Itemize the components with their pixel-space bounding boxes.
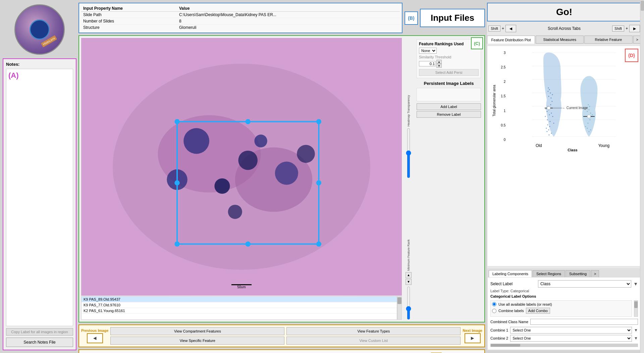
use-all-labels-radio-row: Use all available labels (or reset) bbox=[492, 302, 630, 306]
svg-point-16 bbox=[316, 242, 321, 247]
combined-class-row: Combined Class Name bbox=[490, 319, 638, 325]
app-logo: HistoLens bbox=[14, 4, 65, 55]
minimum-slider-down[interactable]: ▼ bbox=[406, 279, 412, 285]
svg-point-4 bbox=[183, 128, 209, 154]
similarity-down-btn[interactable]: ▼ bbox=[436, 64, 442, 68]
svg-point-34 bbox=[552, 116, 553, 117]
labeling-tabs: Labeling Components Select Regions Subse… bbox=[487, 269, 641, 277]
svg-point-70 bbox=[589, 106, 590, 107]
scroll-right-button[interactable]: ► bbox=[629, 25, 640, 32]
scroll-left-button[interactable]: ◄ bbox=[505, 25, 516, 32]
combine-labels-radio[interactable] bbox=[492, 309, 496, 313]
table-header-property: Input Property Name bbox=[81, 5, 177, 12]
labeling-content: Select Label Class ▼ Label Type: Categor… bbox=[487, 277, 641, 350]
notes-panel: Notes: (A) Copy Label for all images in … bbox=[3, 58, 76, 350]
select-label-dropdown[interactable]: Class bbox=[538, 280, 631, 288]
tab-select-regions[interactable]: Select Regions bbox=[533, 270, 565, 277]
scroll-tabs-row: Shift + ◄ Scroll Across Tabs Shift + ► bbox=[487, 23, 641, 34]
combine2-select[interactable]: Select One bbox=[510, 335, 632, 342]
labels-scroll-area[interactable]: Use all available labels (or reset) Comb… bbox=[490, 300, 632, 317]
right-scrollbar[interactable] bbox=[640, 0, 644, 353]
violin-svg: ← Current Image bbox=[507, 49, 638, 143]
go-button[interactable]: Go! bbox=[487, 3, 641, 21]
svg-point-48 bbox=[548, 130, 549, 131]
svg-point-58 bbox=[589, 109, 590, 110]
select-add-persistent-btn[interactable]: Select Add Persi bbox=[419, 69, 479, 76]
next-image-button[interactable]: ► bbox=[465, 333, 481, 343]
prev-image-button[interactable]: ◄ bbox=[87, 333, 103, 343]
add-combo-button[interactable]: Add Combo bbox=[526, 308, 550, 314]
combine2-arrow-icon: ▼ bbox=[634, 336, 638, 341]
feature-tabs-row: Feature Distribution Plot Statistical Me… bbox=[487, 36, 641, 44]
labels-area[interactable] bbox=[417, 88, 481, 101]
view-feature-types-btn[interactable]: View Feature Types bbox=[286, 327, 461, 335]
tissue-svg bbox=[81, 38, 402, 296]
view-custom-list-btn[interactable]: View Custom List bbox=[286, 337, 461, 345]
list-item[interactable]: K2 PAS_61.Young.65161 bbox=[82, 308, 397, 314]
y-tick: 2.5 bbox=[501, 65, 505, 69]
svg-point-63 bbox=[590, 119, 591, 120]
view-specific-feature-btn[interactable]: View Specific Feature bbox=[110, 337, 284, 345]
tab-relative-feature[interactable]: Relative Feature bbox=[584, 36, 632, 44]
copy-label-button[interactable]: Copy Label for all images in region bbox=[6, 328, 73, 336]
tab-feature-distribution[interactable]: Feature Distribution Plot bbox=[487, 36, 535, 44]
feature-rankings-label: Feature Rankings Used bbox=[419, 42, 479, 46]
list-item[interactable]: K9 PAS_89.Old.95437 bbox=[82, 297, 397, 302]
combine-labels-radio-row: Combine labels Add Combo bbox=[492, 308, 630, 314]
b-label: (B) bbox=[405, 11, 418, 25]
right-panel: Go! Shift + ◄ Scroll Across Tabs Shift +… bbox=[487, 3, 641, 350]
tab-labeling-more[interactable]: > bbox=[591, 270, 599, 277]
combined-class-input[interactable] bbox=[530, 319, 638, 325]
svg-point-11 bbox=[228, 205, 242, 219]
search-notes-button[interactable]: Search Notes File bbox=[6, 338, 73, 347]
minimum-slider[interactable] bbox=[405, 286, 412, 320]
list-item[interactable]: K9 PAS_77.Old.97610 bbox=[82, 302, 397, 308]
scale-bar: 50um bbox=[231, 284, 252, 289]
similarity-up-btn[interactable]: ▲ bbox=[436, 60, 442, 64]
minimum-slider-up[interactable]: ▲ bbox=[406, 272, 412, 278]
svg-point-67 bbox=[590, 130, 591, 131]
remove-label-button[interactable]: Remove Label bbox=[417, 111, 481, 118]
svg-point-53 bbox=[549, 89, 550, 90]
svg-point-19 bbox=[174, 180, 179, 185]
tab-labeling-components[interactable]: Labeling Components bbox=[489, 270, 532, 277]
labeling-section: Labeling Components Select Regions Subse… bbox=[487, 268, 641, 350]
y-tick: 0 bbox=[504, 138, 506, 142]
image-viewer-section: (C) bbox=[78, 35, 485, 322]
image-canvas[interactable]: 50um bbox=[81, 38, 402, 296]
feature-rankings-select[interactable]: None bbox=[419, 48, 437, 54]
svg-point-39 bbox=[550, 121, 551, 122]
input-files-section: Input Property Name Value Slide Path C:\… bbox=[78, 3, 485, 33]
c-label: (C) bbox=[471, 37, 483, 49]
prev-image-section: Previous Image ◄ bbox=[81, 329, 108, 343]
labels-scrollbar[interactable] bbox=[634, 300, 638, 317]
svg-point-65 bbox=[592, 114, 593, 115]
plot-with-yticks: 3 2.5 2 1.5 1 0.5 0 bbox=[497, 49, 638, 143]
combine1-select[interactable]: Select One bbox=[510, 327, 632, 334]
view-compartment-features-btn[interactable]: View Compartment Features bbox=[110, 327, 284, 335]
tab-subsetting[interactable]: Subsetting bbox=[566, 270, 590, 277]
svg-point-7 bbox=[214, 178, 230, 194]
image-list-scrollbar[interactable] bbox=[397, 296, 402, 320]
use-all-labels-label: Use all available labels (or reset) bbox=[498, 302, 552, 306]
notes-textarea[interactable]: (A) bbox=[6, 69, 73, 326]
sliders-panel: Heatmap Transparency Minimum Feature Ran… bbox=[404, 38, 413, 320]
svg-point-8 bbox=[254, 135, 267, 147]
add-label-button[interactable]: Add Label bbox=[417, 103, 481, 110]
svg-point-73 bbox=[587, 115, 591, 118]
categorical-header: Categorical Label Options bbox=[490, 294, 638, 298]
action-buttons-row2: View Specific Feature View Custom List bbox=[110, 337, 461, 345]
heatmap-slider[interactable] bbox=[405, 128, 412, 178]
tab-statistical-measures[interactable]: Statistical Measures bbox=[536, 36, 584, 44]
image-list[interactable]: K9 PAS_89.Old.95437 K9 PAS_77.Old.97610 … bbox=[81, 296, 397, 320]
similarity-input[interactable] bbox=[419, 61, 436, 66]
b-section: (B) Input Files bbox=[405, 3, 485, 33]
use-all-labels-radio[interactable] bbox=[492, 302, 496, 306]
feature-rankings-row: None bbox=[419, 48, 479, 54]
bottom-scrollbar[interactable] bbox=[490, 344, 638, 347]
plot-container: Total glomerular area 3 2.5 2 1.5 1 0.5 bbox=[491, 49, 638, 152]
shift-key-left: Shift bbox=[488, 26, 500, 32]
svg-point-42 bbox=[548, 96, 549, 97]
svg-point-68 bbox=[587, 128, 588, 129]
a-label: (A) bbox=[6, 69, 73, 82]
